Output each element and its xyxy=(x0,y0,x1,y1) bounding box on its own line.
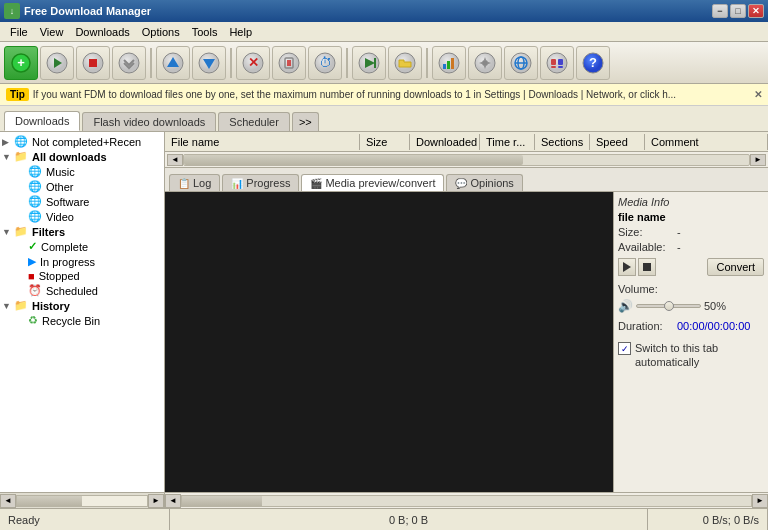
volume-row: Volume: xyxy=(618,283,764,295)
svg-rect-26 xyxy=(447,61,450,69)
h-scroll-track[interactable] xyxy=(183,154,750,166)
menu-tools[interactable]: Tools xyxy=(186,24,224,40)
tree-item-video[interactable]: 🌐 Video xyxy=(0,209,164,224)
maximize-button[interactable]: □ xyxy=(730,4,746,18)
left-scroll-left[interactable]: ◄ xyxy=(0,494,16,508)
tree-item-complete[interactable]: ✓ Complete xyxy=(0,239,164,254)
stop-button[interactable] xyxy=(76,46,110,80)
tree-item-in-progress[interactable]: ▶ In progress xyxy=(0,254,164,269)
recycle-icon: ♻ xyxy=(28,314,38,327)
col-header-sections[interactable]: Sections xyxy=(535,134,590,150)
settings-button[interactable] xyxy=(468,46,502,80)
inner-tab-progress[interactable]: 📊 Progress xyxy=(222,174,299,191)
stop-icon: ■ xyxy=(28,270,35,282)
volume-icon: 🔊 xyxy=(618,299,633,313)
convert-button[interactable]: Convert xyxy=(707,258,764,276)
stop-media-button[interactable] xyxy=(638,258,656,276)
toolbar-sep-1 xyxy=(150,48,152,78)
tip-bar: Tip If you want FDM to download files on… xyxy=(0,84,768,106)
tree-item-other[interactable]: 🌐 Other xyxy=(0,179,164,194)
main-content: ▶ 🌐 Not completed+Recen ▼ 📁 All download… xyxy=(0,132,768,508)
right-panel: File name Size Downloaded Time r... Sect… xyxy=(165,132,768,508)
tab-flash-video[interactable]: Flash video downloads xyxy=(82,112,216,131)
size-value: - xyxy=(677,226,681,238)
tab-scheduler[interactable]: Scheduler xyxy=(218,112,290,131)
stop-all-button[interactable] xyxy=(112,46,146,80)
menu-bar: File View Downloads Options Tools Help xyxy=(0,22,768,42)
tree-item-recycle-bin[interactable]: ♻ Recycle Bin xyxy=(0,313,164,328)
tree-item-not-completed[interactable]: ▶ 🌐 Not completed+Recen xyxy=(0,134,164,149)
left-scroll-thumb[interactable] xyxy=(17,496,82,506)
status-size: 0 B; 0 B xyxy=(170,509,648,530)
tree-label: Not completed+Recen xyxy=(32,136,141,148)
right-scroll-track[interactable] xyxy=(181,495,752,507)
schedule-button[interactable]: ⏱ xyxy=(308,46,342,80)
col-header-comment[interactable]: Comment xyxy=(645,134,768,150)
delete-button[interactable]: ✕ xyxy=(236,46,270,80)
col-header-filename[interactable]: File name xyxy=(165,134,360,150)
tree-item-filters[interactable]: ▼ 📁 Filters xyxy=(0,224,164,239)
tree-item-stopped[interactable]: ■ Stopped xyxy=(0,269,164,283)
h-scroll-right-btn[interactable]: ► xyxy=(750,154,766,166)
col-header-timerem[interactable]: Time r... xyxy=(480,134,535,150)
h-scroll-thumb[interactable] xyxy=(184,155,523,165)
minimize-button[interactable]: − xyxy=(712,4,728,18)
add-download-button[interactable]: + xyxy=(4,46,38,80)
status-speed: 0 B/s; 0 B/s xyxy=(648,509,768,530)
col-header-size[interactable]: Size xyxy=(360,134,410,150)
tree-item-scheduled[interactable]: ⏰ Scheduled xyxy=(0,283,164,298)
left-scroll-right[interactable]: ► xyxy=(148,494,164,508)
menu-help[interactable]: Help xyxy=(223,24,258,40)
move-up-button[interactable] xyxy=(156,46,190,80)
svg-rect-35 xyxy=(551,59,556,65)
app-title: Free Download Manager xyxy=(24,5,151,17)
col-header-downloaded[interactable]: Downloaded xyxy=(410,134,480,150)
tab-downloads[interactable]: Downloads xyxy=(4,111,80,131)
progress-tab-label: Progress xyxy=(246,177,290,189)
close-button[interactable]: ✕ xyxy=(748,4,764,18)
open-folder-button[interactable] xyxy=(388,46,422,80)
tip-text: If you want FDM to download files one by… xyxy=(33,89,676,100)
svg-rect-37 xyxy=(551,66,556,68)
inner-tab-media-preview[interactable]: 🎬 Media preview/convert xyxy=(301,174,444,191)
play-button[interactable] xyxy=(352,46,386,80)
tab-more[interactable]: >> xyxy=(292,112,319,131)
tree-item-software[interactable]: 🌐 Software xyxy=(0,194,164,209)
column-headers: File name Size Downloaded Time r... Sect… xyxy=(165,132,768,152)
expand-icon: ▶ xyxy=(2,137,12,147)
available-label: Available: xyxy=(618,241,673,253)
right-bottom-scroll: ◄ ► xyxy=(165,492,768,508)
inner-tab-opinions[interactable]: 💬 Opinions xyxy=(446,174,522,191)
tree-item-music[interactable]: 🌐 Music xyxy=(0,164,164,179)
status-bar: Ready 0 B; 0 B 0 B/s; 0 B/s xyxy=(0,508,768,530)
menu-options[interactable]: Options xyxy=(136,24,186,40)
internet-button[interactable] xyxy=(504,46,538,80)
menu-view[interactable]: View xyxy=(34,24,70,40)
volume-slider[interactable] xyxy=(636,304,701,308)
right-scroll-left-btn[interactable]: ◄ xyxy=(165,494,181,508)
delete-file-button[interactable] xyxy=(272,46,306,80)
right-scroll-right-btn[interactable]: ► xyxy=(752,494,768,508)
play-media-button[interactable] xyxy=(618,258,636,276)
tip-close-button[interactable]: ✕ xyxy=(754,89,762,100)
menu-downloads[interactable]: Downloads xyxy=(69,24,135,40)
volume-thumb[interactable] xyxy=(664,301,674,311)
inner-tab-log[interactable]: 📋 Log xyxy=(169,174,220,191)
tree-item-history[interactable]: ▼ 📁 History xyxy=(0,298,164,313)
statistics-button[interactable] xyxy=(432,46,466,80)
col-header-speed[interactable]: Speed xyxy=(590,134,645,150)
svg-rect-42 xyxy=(643,263,651,271)
skins-button[interactable] xyxy=(540,46,574,80)
duration-value: 00:00/00:00:00 xyxy=(677,320,750,332)
right-scroll-thumb[interactable] xyxy=(182,496,262,506)
help-button[interactable]: ? xyxy=(576,46,610,80)
svg-point-34 xyxy=(547,53,567,73)
switch-tab-checkbox[interactable]: ✓ xyxy=(618,342,631,355)
app-icon: ↓ xyxy=(4,3,20,19)
move-down-button[interactable] xyxy=(192,46,226,80)
start-button[interactable] xyxy=(40,46,74,80)
menu-file[interactable]: File xyxy=(4,24,34,40)
volume-label: Volume: xyxy=(618,283,673,295)
h-scroll-left-btn[interactable]: ◄ xyxy=(167,154,183,166)
tree-item-all-downloads[interactable]: ▼ 📁 All downloads xyxy=(0,149,164,164)
